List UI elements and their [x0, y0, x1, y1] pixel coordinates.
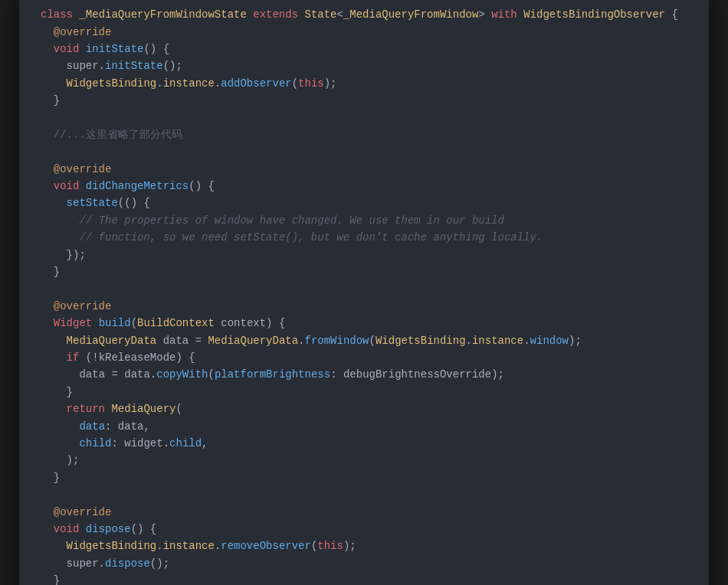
code-editor-window: class _MediaQueryFromWindowState extends…	[19, 0, 709, 585]
code-content: class _MediaQueryFromWindowState extends…	[19, 0, 709, 585]
